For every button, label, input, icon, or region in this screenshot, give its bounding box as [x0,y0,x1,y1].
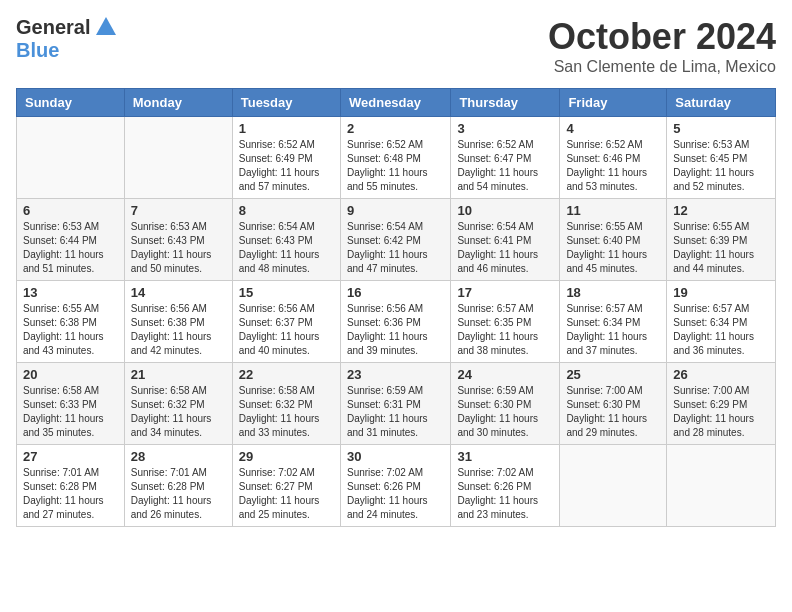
day-number: 13 [23,285,118,300]
day-info: Sunrise: 6:56 AMSunset: 6:36 PMDaylight:… [347,302,444,358]
calendar-cell: 8Sunrise: 6:54 AMSunset: 6:43 PMDaylight… [232,199,340,281]
svg-marker-0 [96,17,116,35]
day-info: Sunrise: 6:58 AMSunset: 6:32 PMDaylight:… [131,384,226,440]
calendar-cell: 21Sunrise: 6:58 AMSunset: 6:32 PMDayligh… [124,363,232,445]
day-number: 24 [457,367,553,382]
day-info: Sunrise: 6:57 AMSunset: 6:34 PMDaylight:… [566,302,660,358]
calendar-cell: 31Sunrise: 7:02 AMSunset: 6:26 PMDayligh… [451,445,560,527]
logo-general: General [16,16,90,39]
calendar-cell: 1Sunrise: 6:52 AMSunset: 6:49 PMDaylight… [232,117,340,199]
calendar-cell: 14Sunrise: 6:56 AMSunset: 6:38 PMDayligh… [124,281,232,363]
day-info: Sunrise: 6:54 AMSunset: 6:43 PMDaylight:… [239,220,334,276]
week-row-2: 6Sunrise: 6:53 AMSunset: 6:44 PMDaylight… [17,199,776,281]
day-number: 29 [239,449,334,464]
day-info: Sunrise: 6:52 AMSunset: 6:49 PMDaylight:… [239,138,334,194]
calendar-cell: 27Sunrise: 7:01 AMSunset: 6:28 PMDayligh… [17,445,125,527]
calendar-cell: 5Sunrise: 6:53 AMSunset: 6:45 PMDaylight… [667,117,776,199]
col-header-tuesday: Tuesday [232,89,340,117]
calendar-cell: 16Sunrise: 6:56 AMSunset: 6:36 PMDayligh… [340,281,450,363]
day-number: 25 [566,367,660,382]
day-info: Sunrise: 7:02 AMSunset: 6:26 PMDaylight:… [457,466,553,522]
calendar-cell: 19Sunrise: 6:57 AMSunset: 6:34 PMDayligh… [667,281,776,363]
day-info: Sunrise: 6:55 AMSunset: 6:39 PMDaylight:… [673,220,769,276]
calendar-cell: 29Sunrise: 7:02 AMSunset: 6:27 PMDayligh… [232,445,340,527]
day-info: Sunrise: 6:54 AMSunset: 6:42 PMDaylight:… [347,220,444,276]
day-number: 22 [239,367,334,382]
calendar-cell: 6Sunrise: 6:53 AMSunset: 6:44 PMDaylight… [17,199,125,281]
day-number: 17 [457,285,553,300]
day-number: 23 [347,367,444,382]
day-info: Sunrise: 6:57 AMSunset: 6:34 PMDaylight:… [673,302,769,358]
day-number: 8 [239,203,334,218]
logo-triangle-icon [96,17,116,35]
day-info: Sunrise: 7:02 AMSunset: 6:27 PMDaylight:… [239,466,334,522]
day-number: 26 [673,367,769,382]
day-info: Sunrise: 7:02 AMSunset: 6:26 PMDaylight:… [347,466,444,522]
calendar-cell: 30Sunrise: 7:02 AMSunset: 6:26 PMDayligh… [340,445,450,527]
col-header-monday: Monday [124,89,232,117]
day-number: 18 [566,285,660,300]
day-number: 11 [566,203,660,218]
day-info: Sunrise: 6:55 AMSunset: 6:40 PMDaylight:… [566,220,660,276]
day-number: 20 [23,367,118,382]
month-title: October 2024 [548,16,776,58]
calendar-cell: 10Sunrise: 6:54 AMSunset: 6:41 PMDayligh… [451,199,560,281]
calendar-cell: 2Sunrise: 6:52 AMSunset: 6:48 PMDaylight… [340,117,450,199]
calendar-cell: 4Sunrise: 6:52 AMSunset: 6:46 PMDaylight… [560,117,667,199]
col-header-saturday: Saturday [667,89,776,117]
day-info: Sunrise: 6:56 AMSunset: 6:37 PMDaylight:… [239,302,334,358]
day-info: Sunrise: 6:52 AMSunset: 6:48 PMDaylight:… [347,138,444,194]
day-number: 3 [457,121,553,136]
week-row-1: 1Sunrise: 6:52 AMSunset: 6:49 PMDaylight… [17,117,776,199]
day-info: Sunrise: 7:00 AMSunset: 6:29 PMDaylight:… [673,384,769,440]
calendar-cell [17,117,125,199]
calendar-cell [667,445,776,527]
calendar-cell: 28Sunrise: 7:01 AMSunset: 6:28 PMDayligh… [124,445,232,527]
logo-blue: Blue [16,39,59,62]
day-number: 31 [457,449,553,464]
calendar-table: SundayMondayTuesdayWednesdayThursdayFrid… [16,88,776,527]
day-info: Sunrise: 6:59 AMSunset: 6:31 PMDaylight:… [347,384,444,440]
calendar-cell: 7Sunrise: 6:53 AMSunset: 6:43 PMDaylight… [124,199,232,281]
title-block: October 2024 San Clemente de Lima, Mexic… [548,16,776,76]
day-info: Sunrise: 7:01 AMSunset: 6:28 PMDaylight:… [23,466,118,522]
calendar-cell: 20Sunrise: 6:58 AMSunset: 6:33 PMDayligh… [17,363,125,445]
day-number: 4 [566,121,660,136]
day-number: 9 [347,203,444,218]
day-info: Sunrise: 6:58 AMSunset: 6:33 PMDaylight:… [23,384,118,440]
calendar-cell: 18Sunrise: 6:57 AMSunset: 6:34 PMDayligh… [560,281,667,363]
day-number: 28 [131,449,226,464]
day-info: Sunrise: 6:59 AMSunset: 6:30 PMDaylight:… [457,384,553,440]
calendar-cell: 9Sunrise: 6:54 AMSunset: 6:42 PMDaylight… [340,199,450,281]
calendar-cell [560,445,667,527]
calendar-cell: 23Sunrise: 6:59 AMSunset: 6:31 PMDayligh… [340,363,450,445]
calendar-cell: 17Sunrise: 6:57 AMSunset: 6:35 PMDayligh… [451,281,560,363]
calendar-cell: 3Sunrise: 6:52 AMSunset: 6:47 PMDaylight… [451,117,560,199]
day-number: 12 [673,203,769,218]
logo: General Blue [16,16,116,62]
day-info: Sunrise: 7:00 AMSunset: 6:30 PMDaylight:… [566,384,660,440]
day-number: 5 [673,121,769,136]
calendar-cell: 13Sunrise: 6:55 AMSunset: 6:38 PMDayligh… [17,281,125,363]
calendar-cell: 26Sunrise: 7:00 AMSunset: 6:29 PMDayligh… [667,363,776,445]
col-header-wednesday: Wednesday [340,89,450,117]
calendar-cell: 11Sunrise: 6:55 AMSunset: 6:40 PMDayligh… [560,199,667,281]
day-number: 19 [673,285,769,300]
day-number: 10 [457,203,553,218]
day-number: 16 [347,285,444,300]
week-row-3: 13Sunrise: 6:55 AMSunset: 6:38 PMDayligh… [17,281,776,363]
day-info: Sunrise: 6:53 AMSunset: 6:43 PMDaylight:… [131,220,226,276]
calendar-cell: 24Sunrise: 6:59 AMSunset: 6:30 PMDayligh… [451,363,560,445]
day-number: 27 [23,449,118,464]
day-info: Sunrise: 6:52 AMSunset: 6:46 PMDaylight:… [566,138,660,194]
day-number: 2 [347,121,444,136]
day-info: Sunrise: 6:54 AMSunset: 6:41 PMDaylight:… [457,220,553,276]
day-info: Sunrise: 6:57 AMSunset: 6:35 PMDaylight:… [457,302,553,358]
day-number: 7 [131,203,226,218]
day-number: 21 [131,367,226,382]
col-header-thursday: Thursday [451,89,560,117]
day-info: Sunrise: 6:53 AMSunset: 6:45 PMDaylight:… [673,138,769,194]
col-header-sunday: Sunday [17,89,125,117]
week-row-5: 27Sunrise: 7:01 AMSunset: 6:28 PMDayligh… [17,445,776,527]
day-info: Sunrise: 7:01 AMSunset: 6:28 PMDaylight:… [131,466,226,522]
